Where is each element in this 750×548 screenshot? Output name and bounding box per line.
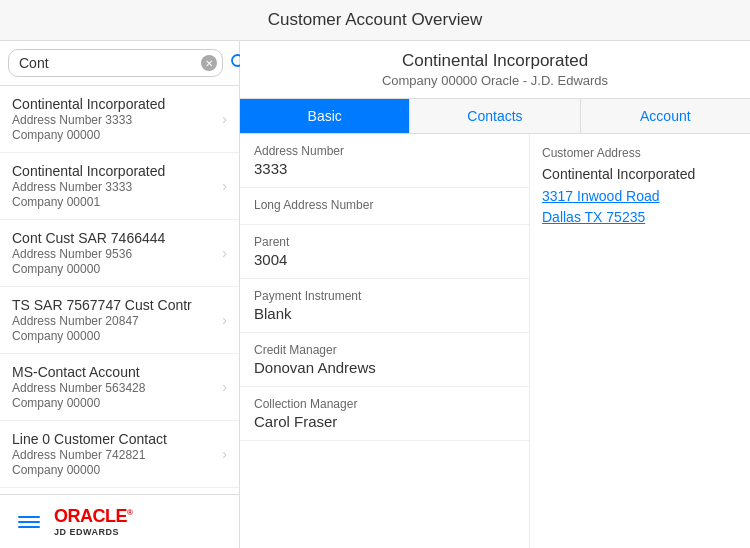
list-item[interactable]: Line 0 Customer Contact Address Number 7…: [0, 421, 239, 488]
list-item[interactable]: MS-Contact Account Address Number 563428…: [0, 354, 239, 421]
search-bar: ✕: [0, 41, 239, 86]
right-header: Continental Incorporated Company 00000 O…: [240, 41, 750, 99]
hamburger-icon: [18, 516, 40, 528]
company-sub: Company 00000 Oracle - J.D. Edwards: [250, 73, 740, 88]
right-panel: Continental Incorporated Company 00000 O…: [240, 41, 750, 548]
field-address-number: Address Number 3333: [240, 134, 529, 188]
search-input-wrapper: ✕: [8, 49, 223, 77]
list-item[interactable]: Cont Cust SAR 7466444 Address Number 953…: [0, 220, 239, 287]
app-header: Customer Account Overview: [0, 0, 750, 41]
detail-area: Address Number 3333 Long Address Number …: [240, 134, 750, 548]
search-clear-button[interactable]: ✕: [201, 55, 217, 71]
customer-address-panel: Customer Address Continental Incorporate…: [530, 134, 750, 548]
tab-account[interactable]: Account: [581, 99, 750, 133]
company-name: Continental Incorporated: [250, 51, 740, 71]
detail-fields: Address Number 3333 Long Address Number …: [240, 134, 530, 548]
search-input[interactable]: [8, 49, 223, 77]
chevron-right-icon: ›: [222, 178, 227, 194]
main-content: ✕ Continental Incorporated Address Numbe…: [0, 41, 750, 548]
list-item[interactable]: Continental Incorporated Address Number …: [0, 153, 239, 220]
list-item[interactable]: TS SAR 7567747 Cust Contr Address Number…: [0, 287, 239, 354]
chevron-right-icon: ›: [222, 111, 227, 127]
customer-address-label: Customer Address: [542, 146, 738, 160]
chevron-right-icon: ›: [222, 312, 227, 328]
oracle-logo: ORACLE® JD EDWARDS: [54, 506, 132, 537]
customer-list: Continental Incorporated Address Number …: [0, 86, 239, 494]
app-footer: ORACLE® JD EDWARDS: [0, 494, 239, 548]
menu-button[interactable]: [12, 510, 46, 534]
field-payment-instrument: Payment Instrument Blank: [240, 279, 529, 333]
list-item[interactable]: Continental Incorporated Address Number …: [0, 86, 239, 153]
field-long-address-number: Long Address Number: [240, 188, 529, 225]
field-collection-manager: Collection Manager Carol Fraser: [240, 387, 529, 441]
customer-address-city[interactable]: Dallas TX 75235: [542, 207, 738, 228]
customer-address-name: Continental Incorporated: [542, 166, 738, 182]
app-title: Customer Account Overview: [10, 10, 740, 30]
field-parent: Parent 3004: [240, 225, 529, 279]
tab-contacts[interactable]: Contacts: [410, 99, 580, 133]
left-panel: ✕ Continental Incorporated Address Numbe…: [0, 41, 240, 548]
tab-basic[interactable]: Basic: [240, 99, 410, 133]
chevron-right-icon: ›: [222, 446, 227, 462]
customer-address-street[interactable]: 3317 Inwood Road: [542, 186, 738, 207]
field-credit-manager: Credit Manager Donovan Andrews: [240, 333, 529, 387]
chevron-right-icon: ›: [222, 245, 227, 261]
tab-bar: Basic Contacts Account: [240, 99, 750, 134]
chevron-right-icon: ›: [222, 379, 227, 395]
